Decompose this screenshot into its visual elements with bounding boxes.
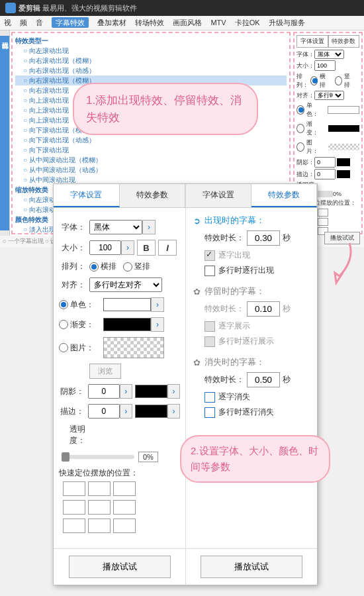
radio-picture[interactable]: 图片：: [59, 342, 94, 354]
tree-item[interactable]: 从中间滚动出现（模糊）: [15, 155, 287, 165]
tree-category[interactable]: 特效类型一: [15, 36, 287, 46]
sidetab-appear[interactable]: 出现特效: [0, 36, 9, 230]
bold-button[interactable]: B: [137, 240, 156, 256]
stroke-input[interactable]: [88, 404, 120, 419]
ptab-font[interactable]: 字体设置: [54, 184, 120, 207]
chevron-right-icon[interactable]: ›: [151, 317, 164, 332]
radio-gradient[interactable]: 渐变：: [59, 319, 94, 330]
duration-disappear[interactable]: [247, 372, 280, 387]
radio-single-color[interactable]: 单色：: [59, 299, 94, 311]
tree-item[interactable]: 向右滚动出现（模糊）: [15, 56, 287, 66]
chevron-right-icon[interactable]: ›: [167, 404, 180, 419]
chevron-right-icon[interactable]: ›: [120, 404, 132, 419]
size-input[interactable]: [314, 60, 336, 71]
callout-1: 1.添加出现特效、停留特效、消失特效: [73, 83, 258, 135]
menu-subtitle-effects[interactable]: 字幕特效: [52, 17, 89, 28]
menu-item[interactable]: 卡拉OK: [235, 19, 260, 26]
arrow-icon: [323, 240, 356, 286]
font-select[interactable]: 黑体: [89, 220, 142, 234]
play-test-button-2[interactable]: 播放试试: [201, 556, 302, 578]
size-input[interactable]: [89, 240, 121, 255]
ptab-params-2[interactable]: 特效参数: [251, 184, 317, 207]
tree-item[interactable]: 从中间滚动出现（动感）: [15, 165, 287, 175]
tree-item[interactable]: 向下滚动出现: [15, 145, 287, 155]
menu-item[interactable]: 画面风格: [173, 19, 202, 26]
radio-single[interactable]: 单色：: [296, 101, 321, 119]
arrow-circle-icon: ➲: [191, 215, 202, 226]
checkbox-char-appear[interactable]: [205, 250, 215, 261]
menu-bar: 视 频 音 字幕特效 叠加素材 转场特效 画面风格 MTV 卡拉OK 升级与服务: [0, 16, 364, 30]
radio-h[interactable]: 横排: [310, 72, 328, 89]
side-tabs: 出现特效 停留特效 消失特效: [0, 30, 10, 236]
rtab-params[interactable]: 特效参数: [328, 35, 360, 48]
app-logo: [5, 3, 16, 13]
section-stay: ✿停留时的字幕：: [191, 285, 312, 297]
radio-pic[interactable]: 图片：: [296, 138, 322, 156]
chevron-right-icon[interactable]: ›: [142, 220, 156, 234]
menu-item[interactable]: 视: [4, 19, 11, 26]
tree-item[interactable]: 向右滚动出现（动感）: [15, 66, 287, 75]
play-test-button[interactable]: 播放试试: [69, 556, 171, 578]
duration-stay[interactable]: [247, 301, 280, 317]
ptab-font-2[interactable]: 字体设置: [186, 184, 251, 207]
quick-position-label: 快速定位摆放的位置：: [59, 468, 180, 479]
radio-grad[interactable]: 渐变：: [296, 120, 322, 137]
callout-2: 2.设置字体、大小、颜色、时间等参数: [180, 435, 330, 483]
align-select[interactable]: 多行时左对齐: [89, 277, 162, 292]
browse-button[interactable]: 浏览: [89, 364, 121, 379]
tree-item[interactable]: 向下滚动出现（动感）: [15, 135, 287, 145]
ptab-params[interactable]: 特效参数: [120, 184, 186, 207]
chevron-right-icon[interactable]: ›: [167, 384, 180, 399]
opacity-slider[interactable]: [62, 455, 134, 459]
settings-popup: 字体设置 特效参数 字体：黑体› 大小：›BI 排列：横排竖排 对齐：多行时左对…: [53, 183, 318, 585]
shadow-input[interactable]: [314, 157, 336, 168]
stroke-input[interactable]: [314, 169, 336, 179]
app-tagline: 最易用、强大的视频剪辑软件: [42, 3, 137, 13]
menu-item[interactable]: 转场特效: [135, 19, 164, 26]
app-name: 爱剪辑: [19, 3, 40, 13]
checkbox-line-disappear[interactable]: [205, 407, 215, 418]
radio-v[interactable]: 竖排: [335, 72, 353, 89]
shadow-color[interactable]: [135, 385, 167, 398]
checkbox-char-stay[interactable]: [205, 321, 215, 332]
radio-horizontal[interactable]: 横排: [89, 261, 116, 272]
menu-item[interactable]: 音: [36, 19, 43, 26]
checkbox-line-stay[interactable]: [205, 336, 215, 347]
menu-item[interactable]: MTV: [210, 19, 226, 26]
tree-item[interactable]: 向左滚动出现: [15, 46, 287, 56]
section-appear: ➲出现时的字幕：: [191, 215, 312, 226]
font-select[interactable]: 黑体: [314, 50, 344, 59]
color-picker[interactable]: [103, 298, 151, 311]
picture-preview: [103, 337, 164, 358]
opacity-value: 0%: [138, 452, 158, 462]
italic-button[interactable]: I: [158, 240, 177, 256]
gear-icon: ✿: [191, 286, 202, 297]
section-disappear: ✿消失时的字幕：: [191, 356, 312, 368]
chevron-right-icon[interactable]: ›: [151, 297, 164, 312]
gear-icon: ✿: [191, 357, 202, 368]
menu-item[interactable]: 叠加素材: [97, 19, 126, 26]
checkbox-char-disappear[interactable]: [205, 392, 215, 403]
menu-item[interactable]: 升级与服务: [269, 19, 305, 26]
gradient-picker[interactable]: [103, 318, 151, 331]
radio-vertical[interactable]: 竖排: [123, 261, 150, 272]
menu-item[interactable]: 频: [20, 19, 27, 26]
shadow-input[interactable]: [88, 384, 120, 399]
title-bar: 爱剪辑 最易用、强大的视频剪辑软件: [0, 0, 364, 16]
stroke-color[interactable]: [135, 405, 167, 418]
checkbox-line-appear[interactable]: [205, 266, 215, 276]
chevron-right-icon[interactable]: ›: [120, 384, 132, 399]
align-select[interactable]: 多行时左对齐: [314, 91, 344, 100]
chevron-right-icon[interactable]: ›: [121, 240, 134, 255]
position-grid[interactable]: [63, 481, 180, 533]
rtab-font[interactable]: 字体设置: [296, 35, 328, 48]
duration-appear[interactable]: [247, 230, 280, 246]
